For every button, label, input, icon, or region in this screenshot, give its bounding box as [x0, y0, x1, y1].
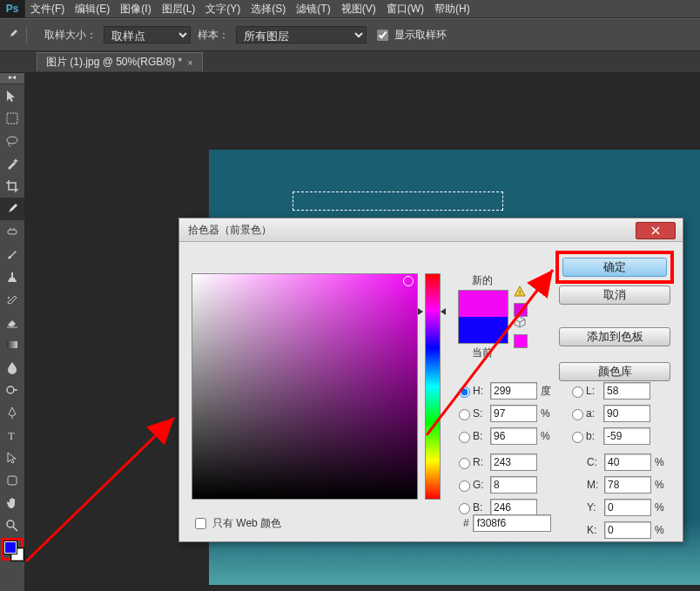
svg-text:T: T	[8, 429, 15, 442]
saturation-input[interactable]	[490, 405, 537, 422]
add-to-swatches-button[interactable]: 添加到色板	[559, 327, 670, 346]
show-ring-option[interactable]: 显示取样环	[374, 27, 447, 44]
hand-tool[interactable]	[0, 492, 24, 514]
gamut-warning-icon[interactable]: !	[514, 285, 526, 298]
svg-rect-7	[8, 476, 17, 485]
hue-slider-thumb-right	[441, 308, 446, 315]
web-colors-only-checkbox[interactable]	[195, 518, 206, 529]
brightness-radio[interactable]	[459, 432, 470, 443]
dialog-title: 拾色器（前景色）	[179, 218, 683, 242]
healing-brush-tool[interactable]	[0, 220, 24, 243]
toolbox: ▸◂ T	[0, 73, 25, 591]
menu-item[interactable]: 滤镜(T)	[291, 0, 335, 18]
green-input[interactable]	[490, 476, 537, 494]
current-color-label: 当前	[458, 346, 507, 360]
hue-slider[interactable]	[425, 273, 441, 500]
menu-item[interactable]: 视图(V)	[336, 0, 381, 18]
lasso-tool[interactable]	[0, 130, 24, 152]
eyedropper-tool[interactable]	[0, 198, 24, 220]
lab-b-input[interactable]	[603, 427, 650, 445]
black-input[interactable]	[604, 521, 651, 539]
color-libraries-button[interactable]: 颜色库	[559, 362, 670, 381]
brush-tool[interactable]	[0, 243, 24, 265]
eraser-tool[interactable]	[0, 311, 24, 333]
sample-size-select[interactable]: 取样点	[104, 26, 191, 44]
show-ring-checkbox[interactable]	[377, 30, 388, 41]
color-swatches[interactable]	[3, 541, 21, 558]
hex-input[interactable]	[473, 514, 551, 532]
lab-b-radio[interactable]	[572, 432, 583, 443]
red-input[interactable]	[490, 453, 537, 471]
sample-layers-select[interactable]: 所有图层	[236, 26, 367, 44]
hex-prefix: #	[463, 517, 469, 529]
move-tool[interactable]	[0, 84, 24, 107]
ok-button[interactable]: 确定	[562, 258, 667, 277]
document-tab-title: 图片 (1).jpg @ 50%(RGB/8) *	[46, 55, 182, 70]
magic-wand-tool[interactable]	[0, 152, 24, 175]
gamut-color-swatch[interactable]	[514, 303, 528, 317]
marquee-selection	[293, 191, 503, 211]
blue-radio[interactable]	[459, 503, 470, 514]
gradient-tool[interactable]	[0, 333, 24, 356]
sample-size-label: 取样大小：	[44, 28, 97, 43]
blue-input[interactable]	[490, 499, 537, 516]
close-icon	[651, 226, 660, 235]
close-icon[interactable]: ×	[187, 57, 192, 68]
menu-item[interactable]: 窗口(W)	[381, 0, 429, 18]
current-color-preview[interactable]	[459, 317, 508, 343]
websafe-color-swatch[interactable]	[514, 334, 528, 348]
websafe-warning-icon[interactable]	[514, 316, 526, 328]
toolbox-grip[interactable]: ▸◂	[0, 73, 24, 84]
saturation-radio[interactable]	[459, 409, 470, 420]
pen-tool[interactable]	[0, 401, 24, 424]
type-tool[interactable]: T	[0, 424, 24, 447]
color-preview	[458, 290, 508, 344]
menu-item[interactable]: 选择(S)	[246, 0, 291, 18]
svg-text:!: !	[519, 289, 521, 297]
lab-l-input[interactable]	[603, 382, 650, 400]
zoom-tool[interactable]	[0, 514, 24, 537]
foreground-color-swatch[interactable]	[3, 541, 17, 554]
svg-rect-4	[7, 341, 17, 348]
svg-point-8	[7, 520, 14, 527]
color-field-cursor	[403, 276, 414, 286]
crop-tool[interactable]	[0, 175, 24, 198]
shape-tool[interactable]	[0, 469, 24, 492]
clone-stamp-tool[interactable]	[0, 265, 24, 288]
menu-item[interactable]: 帮助(H)	[429, 0, 475, 18]
color-picker-dialog: 拾色器（前景色） 新的 当前 ! 确定 取消 添加到色板 颜色库	[178, 218, 683, 542]
svg-rect-0	[7, 113, 17, 124]
app-logo: Ps	[0, 0, 25, 17]
menu-item[interactable]: 图像(I)	[115, 0, 156, 18]
hue-radio[interactable]	[459, 386, 470, 398]
blur-tool[interactable]	[0, 356, 24, 379]
cyan-input[interactable]	[604, 453, 651, 471]
sample-label: 样本：	[198, 28, 229, 43]
svg-point-3	[8, 297, 10, 299]
options-bar: 取样大小： 取样点 样本： 所有图层 显示取样环	[0, 18, 700, 51]
document-tab[interactable]: 图片 (1).jpg @ 50%(RGB/8) * ×	[37, 52, 203, 71]
menu-item[interactable]: 编辑(E)	[70, 0, 115, 18]
new-color-preview	[459, 291, 508, 317]
marquee-tool[interactable]	[0, 107, 24, 130]
green-radio[interactable]	[459, 480, 470, 492]
yellow-input[interactable]	[604, 499, 651, 516]
color-field[interactable]	[192, 273, 418, 500]
svg-rect-2	[8, 230, 17, 234]
path-select-tool[interactable]	[0, 447, 24, 469]
lab-l-radio[interactable]	[572, 386, 583, 398]
history-brush-tool[interactable]	[0, 288, 24, 311]
dodge-tool[interactable]	[0, 379, 24, 401]
cancel-button[interactable]: 取消	[559, 285, 670, 305]
lab-a-input[interactable]	[603, 405, 650, 422]
lab-a-radio[interactable]	[572, 409, 583, 420]
menu-item[interactable]: 文字(Y)	[200, 0, 246, 18]
red-radio[interactable]	[459, 458, 470, 469]
brightness-input[interactable]	[490, 427, 537, 445]
magenta-input[interactable]	[604, 476, 651, 494]
hue-input[interactable]	[490, 382, 537, 400]
web-colors-only-option[interactable]: 只有 Web 颜色	[192, 515, 281, 532]
menu-item[interactable]: 图层(L)	[157, 0, 201, 18]
dialog-close-button[interactable]	[636, 222, 676, 239]
menu-item[interactable]: 文件(F)	[25, 0, 70, 18]
